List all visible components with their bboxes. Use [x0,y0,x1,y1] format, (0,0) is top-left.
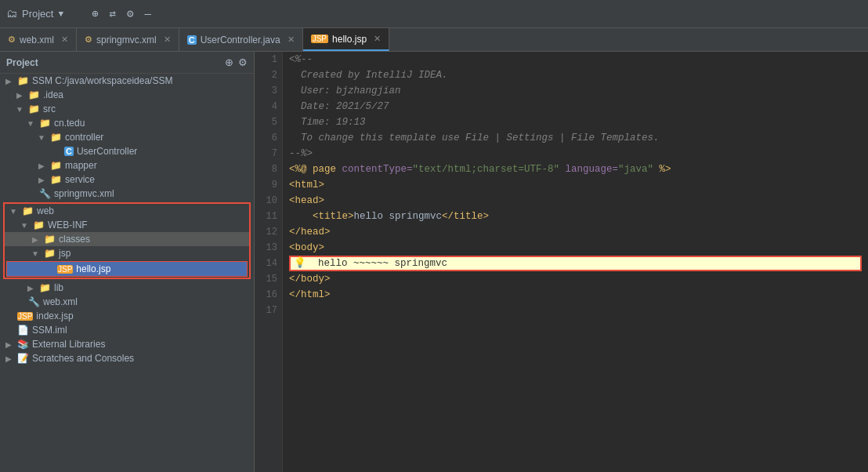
tree-item-web[interactable]: ▼ 📁 web [5,204,249,218]
code-line-13: <body> [289,240,862,256]
toolbar: 🗂 Project ▼ ⊕ ⇄ ⚙ — [0,0,868,28]
tab-close-hello-jsp[interactable]: ✕ [374,34,381,44]
tab-label-hello-jsp: hello.jsp [332,34,367,45]
code-line-4: Date: 2021/5/27 [289,99,862,114]
tree-item-cntedu[interactable]: ▼ 📁 cn.tedu [0,116,254,130]
tree-item-hello-jsp[interactable]: ▶ JSP hello.jsp [7,262,247,276]
tree-item-classes[interactable]: ▶ 📁 classes [5,232,249,246]
code-text-16: </html> [289,287,331,303]
sidebar: Project ⊕ ⚙ ▶ 📁 SSM C:/java/workspaceide… [0,52,255,472]
folder-icon-ext-libs: 📚 [17,339,29,350]
bulb-icon: 💡 [294,256,306,271]
label-web-xml: web.xml [43,296,78,307]
tree-item-idea[interactable]: ▶ 📁 .idea [0,88,254,102]
label-hello-jsp: hello.jsp [76,263,110,274]
tree-item-jsp[interactable]: ▼ 📁 jsp [5,246,249,260]
sidebar-icon-gear[interactable]: ⚙ [238,56,248,68]
tree-item-src[interactable]: ▼ 📁 src [0,102,254,116]
tab-close-usercontroller[interactable]: ✕ [288,34,295,45]
folder-icon-classes: 📁 [44,234,56,245]
line-num-7: 7 [259,146,277,162]
code-text-11b: hello springmvc [354,209,443,224]
code-line-7: --%> [289,146,862,162]
code-text-5: Time: 19:13 [289,114,366,130]
label-service: service [65,174,95,185]
code-text-1: <%-- [289,52,313,67]
tree-item-index-jsp[interactable]: ▶ JSP index.jsp [0,309,254,323]
code-text-17 [289,303,295,318]
tree-item-ssm[interactable]: ▶ 📁 SSM C:/java/workspaceidea/SSM [0,74,254,88]
tab-label-usercontroller: UserController.java [201,34,280,45]
tab-icon-usercontroller: C [187,35,197,45]
sidebar-icon-expand[interactable]: ⊕ [225,56,233,68]
toolbar-icon-globe[interactable]: ⊕ [89,5,101,22]
toolbar-icon-gear[interactable]: ⚙ [124,5,136,22]
line-num-15: 15 [259,271,277,287]
file-icon-usercontroller: C [64,147,74,156]
tab-usercontroller[interactable]: C UserController.java ✕ [179,28,303,51]
arrow-lib: ▶ [25,284,36,292]
code-text-11c: </title> [442,209,489,224]
code-line-8: <%@ page contentType="text/html;charset=… [289,162,862,177]
code-text-8c: "text/html;charset=UTF-8" [413,162,560,177]
code-text-8a: <%@ page [289,162,342,177]
folder-icon-mapper: 📁 [50,160,62,171]
arrow-controller: ▼ [36,133,47,142]
label-cntedu: cn.tedu [54,118,85,129]
hello-jsp-box: ▶ JSP hello.jsp [6,261,248,277]
line-num-13: 13 [259,240,277,256]
line-num-6: 6 [259,130,277,146]
label-index-jsp: index.jsp [36,310,73,321]
tree-item-lib[interactable]: ▶ 📁 lib [0,281,254,295]
code-text-15: </body> [289,271,331,287]
toolbar-icon-minimize[interactable]: — [141,6,154,22]
editor: 1 2 3 4 5 6 7 8 9 10 11 12 13 14 15 16 1… [255,52,868,472]
code-text-8e: language= [566,162,619,177]
tab-hello-jsp[interactable]: JSP hello.jsp ✕ [303,28,389,51]
arrow-idea: ▶ [14,91,25,100]
tree-item-ext-libs[interactable]: ▶ 📚 External Libraries [0,337,254,351]
tab-web-xml[interactable]: ⚙ web.xml ✕ [0,28,77,51]
code-line-15: </body> [289,271,862,287]
tree-item-mapper[interactable]: ▶ 📁 mapper [0,158,254,172]
sidebar-header-icons: ⊕ ⚙ [225,56,248,68]
line-numbers: 1 2 3 4 5 6 7 8 9 10 11 12 13 14 15 16 1… [255,52,283,472]
label-springmvc-xml: springmvc.xml [54,188,114,199]
tree-item-webinf[interactable]: ▼ 📁 WEB-INF [5,218,249,232]
line-num-12: 12 [259,224,277,240]
code-text-9: <html> [289,177,324,193]
line-num-5: 5 [259,114,277,130]
tab-springmvc-xml[interactable]: ⚙ springmvc.xml ✕ [77,28,179,51]
arrow-jsp: ▼ [30,249,41,258]
editor-content: 1 2 3 4 5 6 7 8 9 10 11 12 13 14 15 16 1… [255,52,868,472]
code-area[interactable]: <%-- Created by IntelliJ IDEA. User: bjz… [283,52,868,472]
tree-item-controller[interactable]: ▼ 📁 controller [0,130,254,144]
tree-item-service[interactable]: ▶ 📁 service [0,172,254,187]
arrow-mapper: ▶ [36,162,47,170]
folder-icon-jsp: 📁 [44,248,56,259]
main-area: Project ⊕ ⚙ ▶ 📁 SSM C:/java/workspaceide… [0,52,868,472]
code-line-2: Created by IntelliJ IDEA. [289,67,862,83]
tree-item-springmvc-xml[interactable]: ▶ 🔧 springmvc.xml [0,187,254,201]
tab-label-springmvc: springmvc.xml [96,34,157,45]
label-ssm: SSM C:/java/workspaceidea/SSM [32,75,172,86]
tree-item-web-xml[interactable]: ▶ 🔧 web.xml [0,295,254,309]
folder-icon-cntedu: 📁 [39,118,51,129]
line-num-10: 10 [259,193,277,209]
arrow-web: ▼ [8,207,19,216]
tab-close-web-xml[interactable]: ✕ [61,34,68,45]
label-controller: controller [65,132,103,143]
arrow-cntedu: ▼ [25,119,36,128]
toolbar-icon-arrows[interactable]: ⇄ [107,5,119,22]
code-text-13: <body> [289,240,324,256]
file-icon-index-jsp: JSP [17,312,33,321]
folder-icon-web: 📁 [22,205,34,216]
tab-icon-web-xml: ⚙ [8,34,16,45]
tree-item-ssm-iml[interactable]: ▶ 📄 SSM.iml [0,323,254,337]
toolbar-title: Project [22,8,53,20]
code-text-10: <head> [289,193,324,209]
tree-item-usercontroller[interactable]: ▶ C UserController [0,144,254,158]
toolbar-dropdown-icon[interactable]: ▼ [58,9,63,19]
tab-close-springmvc[interactable]: ✕ [164,34,171,45]
tree-item-scratches[interactable]: ▶ 📝 Scratches and Consoles [0,351,254,365]
